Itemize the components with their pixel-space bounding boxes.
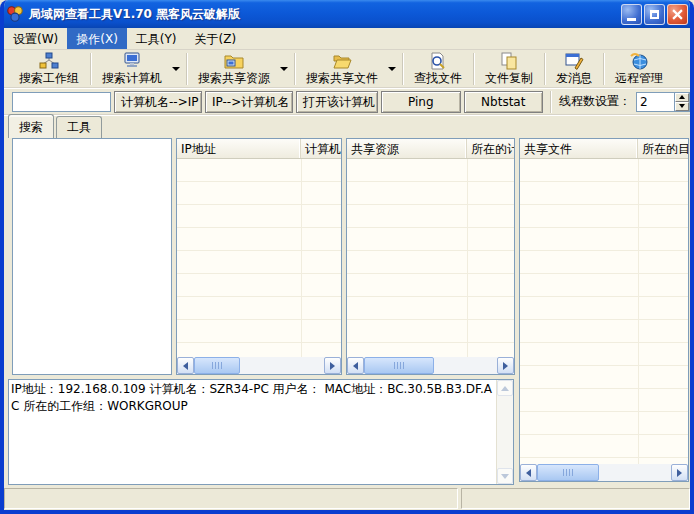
workgroup-tree[interactable]	[12, 138, 172, 375]
computers-list: IP地址 计算机名	[176, 138, 342, 375]
chevron-down-icon	[679, 104, 685, 108]
search-computers-dropdown[interactable]	[171, 51, 184, 87]
shares-list-body[interactable]	[347, 159, 514, 357]
info-vscrollbar	[496, 380, 513, 484]
shared-folder-icon	[224, 52, 244, 70]
scroll-up-button	[497, 380, 513, 396]
open-computer-button[interactable]: 打开该计算机	[296, 91, 378, 113]
scroll-thumb[interactable]	[194, 357, 240, 374]
find-file-button[interactable]: 查找文件	[405, 51, 471, 87]
file-copy-button[interactable]: 文件复制	[476, 51, 542, 87]
shared-files-hscrollbar[interactable]	[520, 464, 688, 481]
search-computers-button[interactable]: 搜索计算机	[93, 51, 171, 87]
app-window: 局域网查看工具V1.70 黑客风云破解版 设置(W) 操作(X) 工具(Y) 关…	[0, 0, 694, 514]
search-shared-files-button[interactable]: 搜索共享文件	[297, 51, 387, 87]
computers-list-header: IP地址 计算机名	[177, 139, 341, 159]
column-header-file[interactable]: 共享文件	[520, 139, 638, 158]
column-header-computer[interactable]: 计算机名	[301, 139, 341, 158]
host-info-text: IP地址：192.168.0.109 计算机名：SZR34-PC 用户名： MA…	[11, 381, 494, 482]
computers-hscrollbar[interactable]	[177, 357, 341, 374]
app-icon	[6, 5, 24, 23]
spinner-up-button[interactable]	[675, 93, 689, 102]
scroll-right-button[interactable]	[497, 357, 514, 374]
menu-actions[interactable]: 操作(X)	[67, 28, 127, 49]
menu-settings[interactable]: 设置(W)	[4, 28, 67, 49]
scroll-track[interactable]	[364, 357, 497, 374]
menu-bar: 设置(W) 操作(X) 工具(Y) 关于(Z)	[4, 28, 690, 50]
find-file-icon	[428, 52, 448, 70]
minimize-icon	[627, 18, 636, 21]
close-button[interactable]	[667, 4, 688, 25]
toolbar-label: 发消息	[556, 70, 592, 86]
grip-icon	[563, 469, 574, 476]
column-header-ip[interactable]: IP地址	[177, 139, 301, 158]
computers-list-body[interactable]	[177, 159, 341, 357]
maximize-button[interactable]	[644, 4, 665, 25]
toolbar-label: 查找文件	[414, 70, 462, 86]
search-shares-dropdown[interactable]	[279, 51, 292, 87]
computer-name-input[interactable]	[12, 92, 111, 112]
scroll-thumb[interactable]	[364, 357, 434, 374]
toolbar-separator	[294, 53, 295, 85]
chevron-right-icon	[503, 362, 508, 370]
chevron-down-icon	[501, 474, 509, 479]
scroll-left-button[interactable]	[347, 357, 364, 374]
toolbar-separator	[603, 53, 604, 85]
chevron-up-icon	[679, 95, 685, 99]
chevron-right-icon	[677, 469, 682, 477]
column-header-directory[interactable]: 所在的目录	[638, 139, 688, 158]
main-toolbar: 搜索工作组 搜索计算机 搜索共享资源	[4, 51, 690, 88]
column-divider	[467, 159, 468, 357]
scroll-down-button	[497, 468, 513, 484]
column-header-host[interactable]: 所在的计算机	[467, 139, 514, 158]
maximize-icon	[650, 10, 659, 19]
chevron-left-icon	[183, 362, 188, 370]
actionbar-separator	[550, 91, 552, 113]
minimize-button[interactable]	[621, 4, 642, 25]
spinner-buttons	[674, 93, 689, 111]
shares-list: 共享资源 所在的计算机	[346, 138, 515, 375]
thread-count-label: 线程数设置：	[559, 93, 631, 110]
nbtstat-button[interactable]: Nbtstat	[464, 91, 544, 113]
window-title: 局域网查看工具V1.70 黑客风云破解版	[29, 6, 240, 23]
window-controls	[621, 4, 688, 25]
toolbar-label: 搜索共享资源	[198, 70, 270, 86]
scroll-right-button[interactable]	[671, 464, 688, 481]
search-shares-button[interactable]: 搜索共享资源	[189, 51, 279, 87]
menu-about[interactable]: 关于(Z)	[186, 28, 246, 49]
chevron-up-icon	[501, 386, 509, 391]
search-workgroup-button[interactable]: 搜索工作组	[10, 51, 88, 87]
spinner-down-button[interactable]	[675, 102, 689, 111]
toolbar-separator	[186, 53, 187, 85]
chevron-down-icon	[172, 67, 180, 71]
thread-count-spinner[interactable]: 2	[636, 92, 690, 112]
scroll-track[interactable]	[194, 357, 324, 374]
ip-to-name-button[interactable]: IP-->计算机名	[205, 91, 293, 113]
scroll-thumb[interactable]	[537, 464, 599, 481]
tab-search[interactable]: 搜索	[8, 114, 54, 138]
close-icon	[672, 9, 683, 20]
action-bar: 计算机名-->IP IP-->计算机名 打开该计算机 Ping Nbtstat …	[4, 89, 690, 115]
column-header-share[interactable]: 共享资源	[347, 139, 467, 158]
toolbar-separator	[544, 53, 545, 85]
scroll-track[interactable]	[537, 464, 671, 481]
name-to-ip-button[interactable]: 计算机名-->IP	[114, 91, 202, 113]
menu-tools[interactable]: 工具(Y)	[127, 28, 186, 49]
scroll-left-button[interactable]	[177, 357, 194, 374]
remote-management-icon	[629, 52, 649, 70]
tab-tools[interactable]: 工具	[56, 116, 102, 138]
computer-icon	[122, 52, 142, 70]
column-divider	[638, 159, 639, 464]
thread-count-value[interactable]: 2	[637, 93, 674, 111]
shared-files-list-body[interactable]	[520, 159, 688, 464]
search-shared-files-dropdown[interactable]	[387, 51, 400, 87]
message-icon	[564, 52, 584, 70]
shares-hscrollbar[interactable]	[347, 357, 514, 374]
remote-management-button[interactable]: 远程管理	[606, 51, 672, 87]
scroll-right-button[interactable]	[324, 357, 341, 374]
workgroup-icon	[39, 52, 59, 70]
toolbar-label: 搜索工作组	[19, 70, 79, 86]
ping-button[interactable]: Ping	[381, 91, 461, 113]
send-message-button[interactable]: 发消息	[547, 51, 601, 87]
scroll-left-button[interactable]	[520, 464, 537, 481]
